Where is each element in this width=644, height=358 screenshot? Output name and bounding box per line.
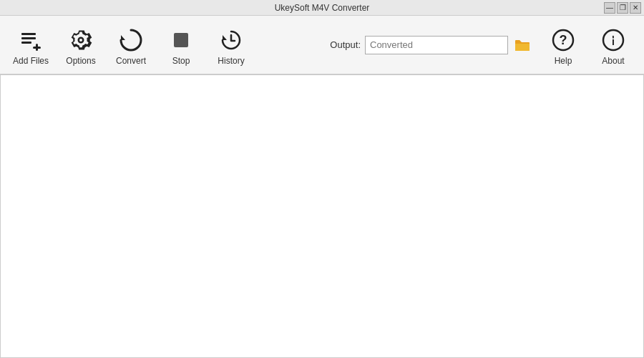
stop-icon [168, 27, 194, 53]
stop-button[interactable]: Stop [156, 20, 206, 70]
add-files-button[interactable]: Add Files [6, 20, 56, 70]
add-files-label: Add Files [13, 56, 49, 66]
options-icon [68, 27, 94, 53]
restore-button[interactable]: ❐ [617, 2, 628, 14]
output-input[interactable] [365, 36, 508, 54]
convert-label: Convert [116, 56, 146, 66]
history-button[interactable]: History [206, 20, 256, 70]
app-title: UkeySoft M4V Converter [275, 3, 370, 13]
output-area: Output: [330, 35, 532, 55]
svg-rect-2 [21, 42, 31, 44]
help-button[interactable]: ? Help [538, 20, 588, 70]
output-label: Output: [330, 39, 361, 50]
svg-text:i: i [612, 36, 615, 47]
convert-icon [118, 27, 144, 53]
svg-rect-1 [21, 37, 36, 39]
minimize-button[interactable]: — [604, 2, 615, 14]
main-content [0, 74, 644, 358]
svg-rect-0 [21, 33, 36, 35]
toolbar: Add Files Options Convert Stop [0, 16, 644, 74]
about-icon: • i [600, 27, 626, 53]
about-label: About [602, 56, 624, 66]
history-label: History [218, 56, 244, 66]
stop-label: Stop [172, 56, 190, 66]
title-bar: UkeySoft M4V Converter — ❐ ✕ [0, 0, 644, 16]
add-files-icon [18, 27, 44, 53]
help-label: Help [555, 56, 572, 66]
history-icon [218, 27, 244, 53]
folder-icon [514, 38, 531, 52]
window-controls: — ❐ ✕ [604, 2, 641, 14]
folder-button[interactable] [512, 35, 532, 55]
svg-text:?: ? [560, 33, 567, 47]
about-button[interactable]: • i About [588, 20, 638, 70]
options-label: Options [66, 56, 95, 66]
close-button[interactable]: ✕ [630, 2, 641, 14]
options-button[interactable]: Options [56, 20, 106, 70]
convert-button[interactable]: Convert [106, 20, 156, 70]
help-icon: ? [550, 27, 576, 53]
svg-rect-4 [33, 47, 41, 49]
help-about-area: ? Help • i About [538, 20, 638, 70]
